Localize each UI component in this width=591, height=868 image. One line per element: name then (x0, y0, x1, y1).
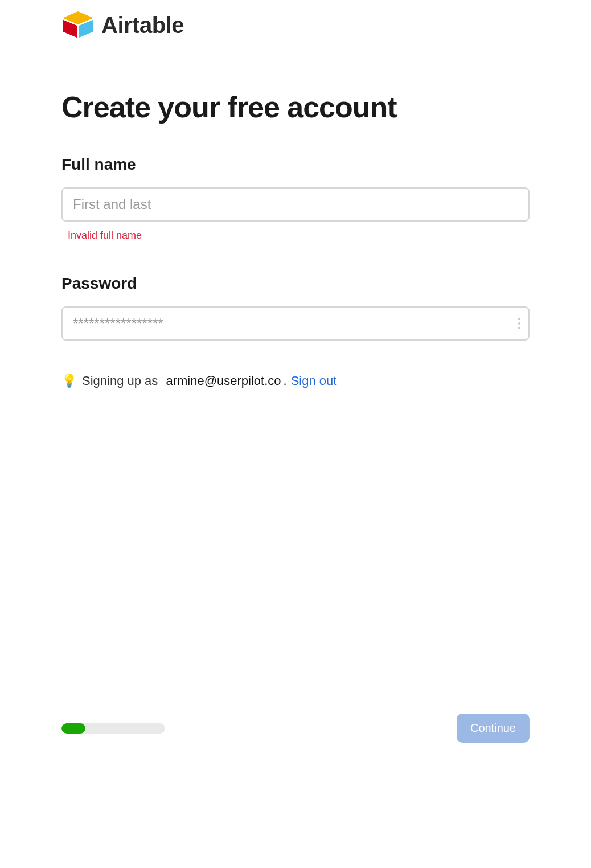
page-title: Create your free account (61, 90, 530, 124)
lightbulb-icon: 💡 (61, 374, 77, 388)
fullname-label: Full name (61, 155, 530, 174)
signup-suffix: . (284, 374, 287, 388)
password-manager-icon[interactable] (518, 318, 520, 329)
brand-name: Airtable (101, 13, 184, 38)
signup-email: armine@userpilot.co (166, 374, 281, 388)
fullname-input[interactable] (61, 187, 530, 222)
airtable-logo-icon (61, 11, 95, 39)
signup-info-row: 💡 Signing up as armine@userpilot.co. Sig… (61, 374, 530, 388)
continue-button[interactable]: Continue (457, 714, 530, 743)
progress-bar (61, 723, 165, 734)
signup-prefix: Signing up as (82, 374, 158, 388)
progress-fill (61, 723, 85, 734)
footer-bar: Continue (61, 714, 530, 743)
signout-link[interactable]: Sign out (291, 374, 337, 388)
fullname-error: Invalid full name (68, 230, 530, 241)
logo-container: Airtable (61, 11, 530, 39)
password-label: Password (61, 275, 530, 293)
password-field-group: Password (61, 275, 530, 341)
password-input[interactable] (61, 306, 530, 341)
fullname-field-group: Full name Invalid full name (61, 155, 530, 241)
